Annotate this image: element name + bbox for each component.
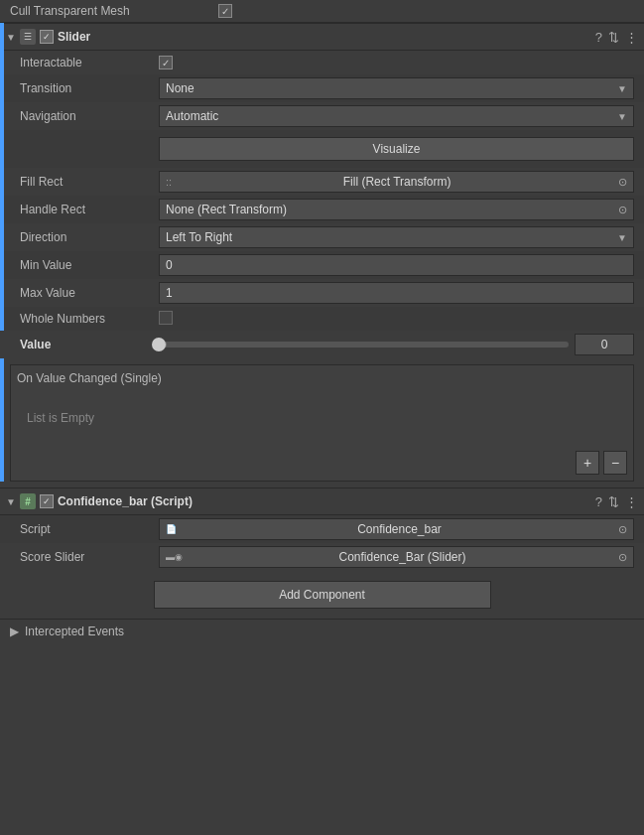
transition-dropdown[interactable]: None ▼ — [159, 77, 634, 99]
slider-help-icon[interactable]: ? — [595, 30, 602, 45]
fill-rect-pick-icon: ⊙ — [618, 176, 627, 189]
cull-checkbox[interactable]: ✓ — [218, 4, 232, 18]
confidence-script-section: ▼ # ✓ Confidence_bar (Script) ? ⇅ ⋮ Scri… — [0, 487, 644, 571]
min-value-row: Min Value — [0, 251, 644, 279]
handle-rect-field[interactable]: None (Rect Transform) ⊙ — [159, 199, 634, 220]
slider-section: ▼ ☰ ✓ Slider ? ⇅ ⋮ Interactable ✓ Transi… — [0, 23, 644, 482]
intercepted-arrow[interactable]: ▶ — [10, 625, 19, 638]
confidence-more-icon[interactable]: ⋮ — [625, 494, 638, 509]
value-row: Value 0 — [0, 331, 644, 358]
interactable-row: Interactable ✓ — [0, 51, 644, 74]
visualize-row: Visualize — [0, 130, 644, 168]
transition-value: None ▼ — [159, 77, 634, 99]
whole-numbers-checkbox[interactable] — [159, 311, 173, 325]
handle-rect-row: Handle Rect None (Rect Transform) ⊙ — [0, 196, 644, 223]
event-empty-text: List is Empty — [17, 391, 627, 445]
script-pick-icon: ⊙ — [618, 523, 627, 536]
max-value-input[interactable] — [159, 282, 634, 304]
visualize-wrap: Visualize — [159, 133, 634, 165]
navigation-dropdown[interactable]: Automatic ▼ — [159, 105, 634, 127]
intercepted-events-bar: ▶ Intercepted Events — [0, 619, 644, 643]
direction-label: Direction — [20, 230, 159, 244]
slider-track[interactable] — [159, 342, 569, 348]
direction-row: Direction Left To Right ▼ — [0, 223, 644, 251]
direction-dropdown[interactable]: Left To Right ▼ — [159, 226, 634, 248]
whole-numbers-label: Whole Numbers — [20, 312, 159, 326]
navigation-row: Navigation Automatic ▼ — [0, 102, 644, 130]
fill-rect-dots: :: — [166, 176, 172, 188]
slider-value-display[interactable]: 0 — [575, 334, 634, 355]
transition-label: Transition — [20, 81, 159, 95]
handle-rect-pick-icon: ⊙ — [618, 204, 627, 216]
add-component-button[interactable]: Add Component — [154, 581, 491, 609]
event-title: On Value Changed (Single) — [17, 371, 627, 385]
max-value-label: Max Value — [20, 286, 159, 300]
script-value: 📄 Confidence_bar ⊙ — [159, 518, 634, 540]
transition-row: Transition None ▼ — [0, 74, 644, 102]
confidence-hash-icon: # — [20, 493, 36, 509]
confidence-settings-icon[interactable]: ⇅ — [608, 494, 619, 509]
min-value-wrap — [159, 254, 634, 276]
interactable-value: ✓ — [159, 56, 634, 70]
score-slider-icon: ▬◉ — [166, 552, 183, 562]
handle-rect-label: Handle Rect — [20, 203, 159, 216]
confidence-header-icons: ? ⇅ ⋮ — [595, 494, 638, 509]
value-slider-wrap: 0 — [159, 334, 634, 355]
slider-header-icons: ? ⇅ ⋮ — [595, 30, 638, 45]
min-value-input[interactable] — [159, 254, 634, 276]
whole-numbers-row: Whole Numbers — [0, 307, 644, 331]
min-value-label: Min Value — [20, 258, 159, 272]
whole-numbers-value — [159, 311, 634, 328]
slider-arrow[interactable]: ▼ — [6, 32, 16, 43]
max-value-wrap — [159, 282, 634, 304]
handle-rect-value: None (Rect Transform) ⊙ — [159, 199, 634, 220]
max-value-row: Max Value — [0, 279, 644, 307]
navigation-value: Automatic ▼ — [159, 105, 634, 127]
cull-label: Cull Transparent Mesh — [10, 4, 218, 18]
score-slider-row: Score Slider ▬◉ Confidence_Bar (Slider) … — [0, 543, 644, 571]
slider-icon-box: ☰ — [20, 29, 36, 45]
slider-title: Slider — [58, 30, 595, 44]
navigation-dd-arrow: ▼ — [617, 111, 627, 122]
slider-settings-icon[interactable]: ⇅ — [608, 30, 619, 45]
canvas-renderer-row: Cull Transparent Mesh ✓ — [0, 0, 644, 23]
score-slider-field[interactable]: ▬◉ Confidence_Bar (Slider) ⊙ — [159, 546, 634, 568]
fill-rect-value: :: Fill (Rect Transform) ⊙ — [159, 171, 634, 193]
slider-enable-check[interactable]: ✓ — [40, 30, 54, 44]
event-remove-btn[interactable]: − — [603, 451, 627, 475]
script-row: Script 📄 Confidence_bar ⊙ — [0, 515, 644, 543]
fill-rect-row: Fill Rect :: Fill (Rect Transform) ⊙ — [0, 168, 644, 196]
intercepted-label: Intercepted Events — [25, 625, 124, 638]
value-label: Value — [20, 338, 159, 351]
fill-rect-field[interactable]: :: Fill (Rect Transform) ⊙ — [159, 171, 634, 193]
script-doc-icon: 📄 — [166, 524, 177, 534]
add-component-wrap: Add Component — [0, 571, 644, 619]
event-box: On Value Changed (Single) List is Empty … — [10, 364, 634, 482]
confidence-header: ▼ # ✓ Confidence_bar (Script) ? ⇅ ⋮ — [0, 487, 644, 515]
slider-thumb[interactable] — [152, 338, 166, 351]
navigation-label: Navigation — [20, 109, 159, 123]
score-slider-label: Score Slider — [20, 550, 159, 564]
event-footer: + − — [17, 451, 627, 475]
transition-dd-arrow: ▼ — [617, 83, 627, 94]
slider-header: ▼ ☰ ✓ Slider ? ⇅ ⋮ — [0, 23, 644, 51]
confidence-enable-check[interactable]: ✓ — [40, 494, 54, 508]
confidence-title: Confidence_bar (Script) — [58, 494, 595, 508]
script-field[interactable]: 📄 Confidence_bar ⊙ — [159, 518, 634, 540]
direction-value: Left To Right ▼ — [159, 226, 634, 248]
score-slider-pick-icon: ⊙ — [618, 551, 627, 564]
slider-accent-bar — [0, 23, 4, 482]
interactable-label: Interactable — [20, 56, 159, 70]
visualize-button[interactable]: Visualize — [159, 137, 634, 161]
interactable-checkbox[interactable]: ✓ — [159, 56, 173, 70]
confidence-arrow[interactable]: ▼ — [6, 496, 16, 507]
score-slider-value: ▬◉ Confidence_Bar (Slider) ⊙ — [159, 546, 634, 568]
slider-more-icon[interactable]: ⋮ — [625, 30, 638, 45]
direction-dd-arrow: ▼ — [617, 232, 627, 243]
confidence-help-icon[interactable]: ? — [595, 494, 602, 509]
fill-rect-label: Fill Rect — [20, 175, 159, 189]
script-label: Script — [20, 522, 159, 536]
event-add-btn[interactable]: + — [576, 451, 599, 475]
